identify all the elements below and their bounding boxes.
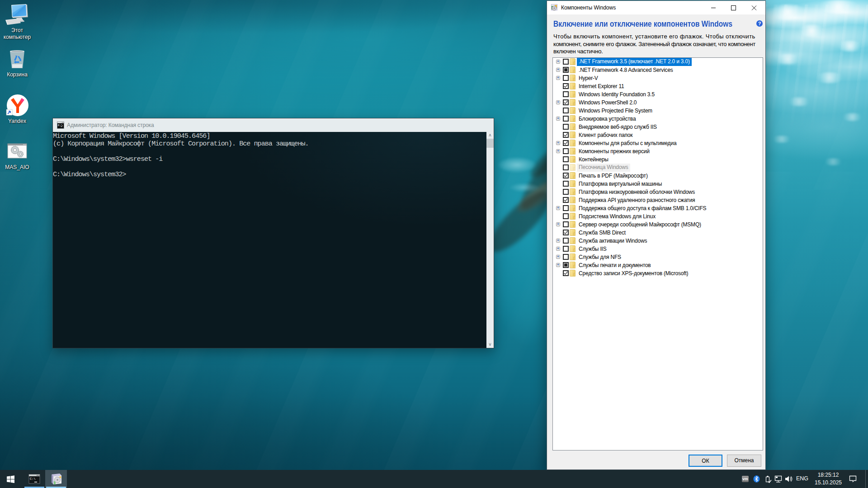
- svg-text:C:\: C:\: [58, 124, 63, 127]
